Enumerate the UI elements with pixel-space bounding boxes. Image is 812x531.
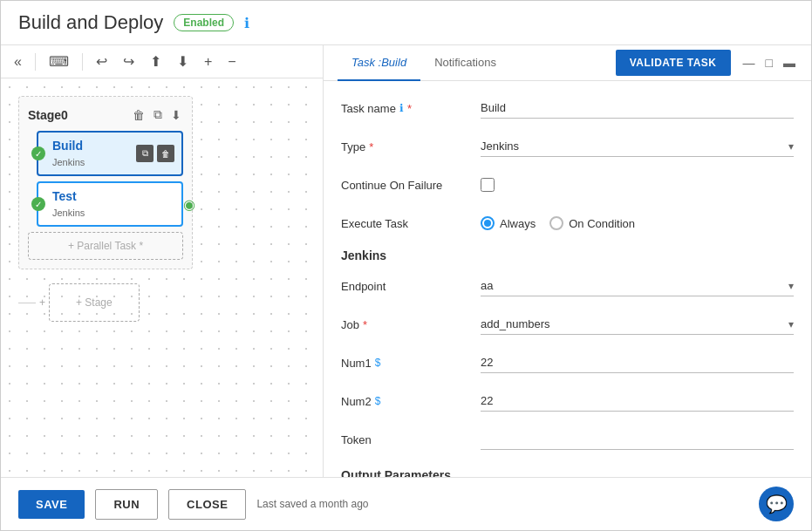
stage-actions: 🗑 ⧉ ⬇ [131, 106, 183, 124]
task-test[interactable]: ✓ Test Jenkins ◉ [37, 181, 183, 227]
radio-always-circle [481, 216, 495, 230]
task-build-type: Jenkins [52, 157, 85, 167]
job-value: add_numbers [481, 317, 788, 330]
job-label: Job * [341, 318, 481, 331]
task-name-label: Task name ℹ * [341, 102, 481, 115]
radio-condition-label: On Condition [569, 217, 635, 230]
type-row: Type * Jenkins ▾ [341, 133, 794, 160]
num1-input[interactable] [481, 352, 794, 373]
num1-row: Num1 $ [341, 350, 794, 376]
task-test-header: Test Jenkins [45, 188, 174, 220]
job-row: Job * add_numbers ▾ [341, 311, 794, 337]
canvas: Stage0 🗑 ⧉ ⬇ ✓ Build [1, 78, 323, 477]
task-build-check: ✓ [31, 146, 45, 160]
type-label: Type * [341, 140, 481, 153]
radio-condition-circle [549, 216, 563, 230]
task-name-info-icon: ℹ [399, 102, 404, 114]
save-button[interactable]: SAVE [18, 490, 85, 519]
endpoint-select[interactable]: aa ▾ [481, 276, 794, 296]
last-saved-text: Last saved a month ago [256, 498, 368, 510]
endpoint-arrow-icon: ▾ [788, 280, 794, 292]
stage-download-btn[interactable]: ⬇ [169, 106, 183, 124]
separator [35, 53, 36, 71]
minimize-btn[interactable]: — [741, 54, 757, 71]
main-content: « ⌨ ↩ ↪ ⬆ ⬇ + − Stage0 🗑 ⧉ [1, 45, 811, 477]
endpoint-row: Endpoint aa ▾ [341, 273, 794, 299]
stage-container: Stage0 🗑 ⧉ ⬇ ✓ Build [18, 96, 193, 269]
tab-build[interactable]: Task :Build [338, 45, 420, 81]
stage-name: Stage0 [28, 108, 68, 122]
endpoint-value: aa [481, 279, 788, 292]
stage-copy-btn[interactable]: ⧉ [152, 106, 164, 124]
job-arrow-icon: ▾ [788, 318, 794, 330]
add-stage-btn[interactable]: + Stage [49, 283, 140, 322]
radio-always[interactable]: Always [481, 216, 536, 230]
num2-input[interactable] [481, 391, 794, 412]
keyboard-btn[interactable]: ⌨ [44, 51, 73, 72]
chevrons-left-btn[interactable]: « [10, 51, 26, 72]
validate-task-btn[interactable]: VALIDATE TASK [616, 50, 731, 76]
num1-symbol: $ [375, 357, 381, 369]
redo-btn[interactable]: ↪ [119, 51, 139, 72]
type-arrow-icon: ▾ [788, 140, 794, 153]
num2-label: Num2 $ [341, 395, 481, 408]
job-select[interactable]: add_numbers ▾ [481, 314, 794, 335]
type-select[interactable]: Jenkins ▾ [481, 136, 794, 157]
page-title: Build and Deploy [18, 11, 163, 34]
tab-notifications[interactable]: Notifications [420, 45, 510, 81]
upload-btn[interactable]: ⬆ [146, 51, 166, 72]
task-build-icons: ⧉ 🗑 [136, 145, 174, 162]
run-button[interactable]: RUN [95, 489, 158, 520]
num2-row: Num2 $ [341, 388, 794, 414]
num1-label: Num1 $ [341, 357, 481, 370]
stage-header: Stage0 🗑 ⧉ ⬇ [28, 106, 183, 124]
continue-failure-checkbox[interactable] [481, 178, 495, 192]
footer: SAVE RUN CLOSE Last saved a month ago 💬 [1, 477, 811, 530]
token-label: Token [341, 433, 481, 446]
stage-delete-btn[interactable]: 🗑 [131, 106, 147, 124]
continue-failure-label: Continue On Failure [341, 179, 481, 192]
task-build-icon-2[interactable]: 🗑 [157, 145, 174, 162]
maximize-btn[interactable]: ▬ [781, 54, 797, 71]
restore-btn[interactable]: □ [764, 54, 774, 71]
required-star: * [407, 102, 412, 115]
task-name-input[interactable] [481, 98, 794, 119]
header: Build and Deploy Enabled ℹ [1, 1, 811, 45]
execute-task-radio-group: Always On Condition [481, 216, 635, 230]
zoom-out-btn[interactable]: − [223, 51, 240, 72]
num2-symbol: $ [375, 395, 381, 407]
right-panel: Task :Build Notifications VALIDATE TASK … [324, 45, 811, 477]
app-container: Build and Deploy Enabled ℹ « ⌨ ↩ ↪ ⬆ ⬇ +… [0, 0, 812, 531]
tab-task-prefix: Task : [351, 56, 381, 69]
separator2 [82, 53, 83, 71]
radio-always-label: Always [500, 217, 536, 230]
chat-icon[interactable]: 💬 [759, 487, 794, 521]
left-panel: « ⌨ ↩ ↪ ⬆ ⬇ + − Stage0 🗑 ⧉ [1, 45, 324, 477]
task-build-icon-1[interactable]: ⧉ [136, 145, 154, 162]
continue-failure-row: Continue On Failure [341, 172, 794, 198]
download-btn[interactable]: ⬇ [173, 51, 193, 72]
window-controls: — □ ▬ [741, 54, 797, 71]
zoom-in-btn[interactable]: + [200, 51, 216, 72]
task-tabs: Task :Build Notifications VALIDATE TASK … [324, 45, 811, 81]
info-icon[interactable]: ℹ [244, 15, 249, 31]
stage-connector: + + Stage [18, 283, 305, 322]
output-params-row: Output Parameters status job jobId jobRe… [341, 465, 794, 477]
task-build-header: Build Jenkins ⧉ 🗑 [45, 138, 174, 169]
task-test-name: Test [52, 189, 77, 203]
token-row: Token [341, 426, 794, 453]
endpoint-label: Endpoint [341, 280, 481, 293]
execute-task-row: Execute Task Always On Condition [341, 210, 794, 236]
radio-on-condition[interactable]: On Condition [549, 216, 635, 230]
toolbar: « ⌨ ↩ ↪ ⬆ ⬇ + − [1, 45, 323, 78]
tab-active-name: Build [381, 56, 406, 69]
token-input[interactable] [481, 429, 794, 450]
task-test-type: Jenkins [52, 208, 85, 218]
task-test-check: ✓ [31, 197, 45, 211]
undo-btn[interactable]: ↩ [92, 51, 112, 72]
close-button[interactable]: CLOSE [168, 489, 246, 520]
add-parallel-task[interactable]: + Parallel Task * [28, 232, 183, 260]
type-value: Jenkins [481, 140, 788, 153]
task-name-row: Task name ℹ * [341, 95, 794, 121]
task-build[interactable]: ✓ Build Jenkins ⧉ 🗑 [37, 131, 183, 176]
